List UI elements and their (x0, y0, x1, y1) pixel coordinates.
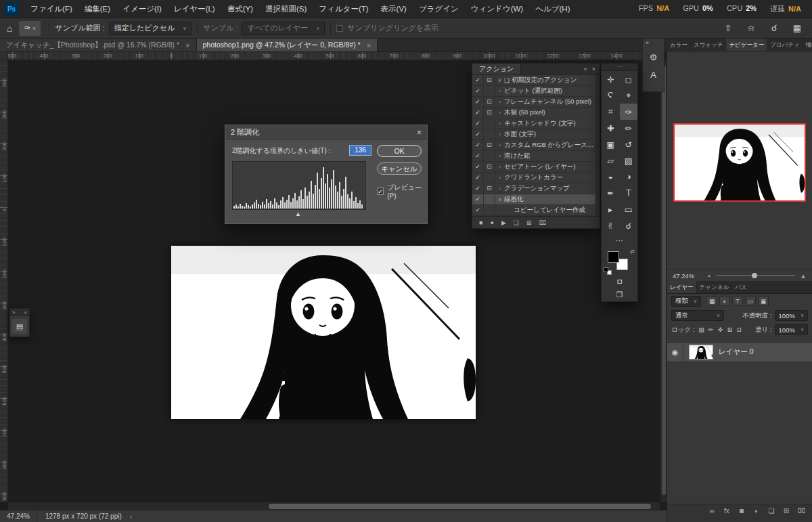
panel-tab[interactable]: カラー (667, 39, 691, 51)
dodge-tool[interactable]: ◑ (620, 169, 638, 185)
toggle-action-checkmark-icon[interactable]: ✓ (472, 75, 484, 85)
caret-collapsed-icon[interactable]: › (495, 121, 504, 127)
actions-scrollbar[interactable] (595, 75, 600, 216)
dialog-toggle-icon[interactable] (484, 86, 495, 96)
toolbar-grip[interactable]: ⋯ (602, 64, 637, 71)
object-selection-tool[interactable]: ⌖ (620, 87, 638, 104)
layer-filter-select[interactable]: 種類 ∨ (671, 296, 701, 307)
workspace-switcher-icon[interactable]: ▦ (792, 23, 803, 34)
caret-collapsed-icon[interactable]: › (495, 153, 504, 159)
eyedropper-tool[interactable]: ✑ (620, 104, 638, 120)
caret-collapsed-icon[interactable]: › (495, 99, 504, 105)
show-sampling-ring-checkbox[interactable] (336, 25, 343, 32)
lock-position-icon[interactable]: ✜ (716, 326, 724, 333)
navigator-preview[interactable] (673, 123, 806, 202)
toggle-action-checkmark-icon[interactable]: ✓ (472, 108, 484, 118)
layer-name[interactable]: レイヤー 0 (719, 347, 754, 357)
menu-item[interactable]: ヘルプ(H) (529, 0, 576, 18)
opacity-select[interactable]: 100% ∨ (775, 310, 808, 321)
action-row[interactable]: ✓⊡›カスタム RGB からグレースケ… (472, 140, 600, 151)
dialog-toggle-icon[interactable] (484, 151, 495, 161)
delete-icon[interactable]: ⌧ (539, 219, 545, 226)
toggle-action-checkmark-icon[interactable]: ✓ (472, 140, 484, 150)
history-brush-tool[interactable]: ↺ (620, 136, 638, 152)
threshold-input[interactable]: 136 (349, 145, 371, 156)
expand-panel-icon[interactable]: » (12, 309, 15, 316)
adjustment-layer-icon[interactable]: ◐ (752, 507, 760, 515)
sample-layers-select[interactable]: すべてのレイヤー ∨ (242, 22, 325, 35)
dialog-toggle-icon[interactable]: ⊡ (484, 108, 495, 118)
toggle-action-checkmark-icon[interactable]: ✓ (472, 183, 484, 194)
close-icon[interactable]: × (24, 309, 27, 316)
ruler-corner[interactable] (0, 52, 8, 60)
left-collapsed-panel-header[interactable]: » × (10, 309, 29, 316)
lock-artboard-icon[interactable]: ⊞ (725, 326, 734, 333)
action-row[interactable]: ✓›クワドラントカラー (472, 173, 600, 183)
ok-button[interactable]: OK (377, 145, 422, 157)
caret-collapsed-icon[interactable]: › (495, 175, 504, 181)
menu-item[interactable]: ファイル(F) (24, 0, 78, 18)
caret-expanded-icon[interactable]: ∨ (495, 196, 504, 202)
panel-tab[interactable]: チャンネル (697, 281, 733, 293)
dialog-toggle-icon[interactable]: ⊡ (484, 183, 495, 194)
crop-tool[interactable]: ⌗ (602, 104, 620, 120)
action-row[interactable]: ✓⊡›木製 (50 pixel) (472, 108, 600, 118)
collapse-panel-icon[interactable]: « (584, 66, 587, 72)
dialog-toggle-icon[interactable] (484, 129, 495, 139)
tool-preset-dropdown[interactable]: ✑ ∨ (19, 21, 41, 36)
menu-item[interactable]: 表示(V) (375, 0, 413, 18)
path-selection-tool[interactable]: ▸ (602, 201, 620, 217)
caret-collapsed-icon[interactable]: › (495, 142, 504, 148)
menu-item[interactable]: 編集(E) (78, 0, 116, 18)
gradient-tool[interactable]: ▨ (620, 152, 638, 169)
menu-item[interactable]: レイヤー(L) (168, 0, 221, 18)
default-colors-icon[interactable] (604, 267, 608, 272)
action-row[interactable]: ✓›溶けた鉛 (472, 151, 600, 162)
toggle-action-checkmark-icon[interactable]: ✓ (472, 118, 484, 129)
link-layers-icon[interactable]: ∞ (708, 507, 715, 515)
threshold-slider-thumb[interactable]: ▲ (295, 211, 301, 217)
blend-mode-select[interactable]: 通常 ∨ (671, 310, 724, 321)
navigator-zoom-slider-thumb[interactable] (752, 273, 757, 278)
edit-toolbar-icon[interactable]: ⋯ (616, 236, 623, 245)
new-action-icon[interactable]: ⊞ (526, 219, 532, 226)
menu-item[interactable]: 選択範囲(S) (259, 0, 313, 18)
type-layer-filter-icon[interactable]: T (732, 296, 743, 306)
action-row[interactable]: ✓›ビネット (選択範囲) (472, 86, 600, 97)
move-tool[interactable]: ✛ (602, 71, 620, 87)
zoom-out-mountain-icon[interactable]: ▲ (707, 274, 711, 278)
new-layer-icon[interactable]: ⊞ (782, 507, 790, 515)
layer-visibility-eye-icon[interactable]: ◉ (667, 343, 683, 362)
dialog-toggle-icon[interactable] (484, 118, 495, 129)
panel-tab[interactable]: スウォッチ (691, 39, 727, 51)
status-zoom-field[interactable]: 47.24% (0, 510, 37, 522)
action-row[interactable]: ✓コピーしてレイヤー作成 (472, 205, 600, 216)
vertical-scrollbar[interactable] (660, 60, 667, 502)
caret-collapsed-icon[interactable]: › (495, 186, 504, 192)
eraser-tool[interactable]: ▱ (602, 152, 620, 169)
action-row[interactable]: ✓›キャストシャドウ (文字) (472, 118, 600, 129)
shape-tool[interactable]: ▭ (620, 201, 638, 217)
brush-tool[interactable]: ✏ (620, 120, 638, 136)
menu-item[interactable]: ウィンドウ(W) (465, 0, 529, 18)
menu-item[interactable]: フィルター(T) (313, 0, 374, 18)
dialog-toggle-icon[interactable]: ⊡ (484, 97, 495, 107)
clone-stamp-tool[interactable]: ▣ (602, 136, 620, 152)
bell-icon[interactable]: ⍾ (746, 23, 757, 34)
tab-actions[interactable]: アクション (472, 64, 521, 74)
lock-all-icon[interactable]: Ω (735, 326, 743, 333)
horizontal-ruler[interactable]: 5004003002001000100200300400500600700800… (8, 52, 660, 60)
dialog-toggle-icon[interactable]: ⊡ (484, 162, 495, 172)
swap-colors-icon[interactable]: ⇄ (630, 248, 635, 255)
vertical-ruler[interactable]: 4003002001000100200300400500600700800900 (0, 60, 8, 502)
lasso-tool[interactable]: Ϛ (602, 87, 620, 104)
type-tool[interactable]: T (620, 185, 638, 201)
preview-checkbox[interactable]: ✓ (377, 188, 384, 195)
home-icon[interactable]: ⌂ (0, 23, 19, 34)
smart-object-filter-icon[interactable]: ▣ (758, 296, 769, 306)
toggle-action-checkmark-icon[interactable]: ✓ (472, 162, 484, 172)
dialog-toggle-icon[interactable]: ⊡ (484, 140, 495, 150)
caret-collapsed-icon[interactable]: › (495, 88, 504, 94)
record-icon[interactable]: ● (490, 219, 493, 226)
action-row[interactable]: ✓›水面 (文字) (472, 129, 600, 140)
